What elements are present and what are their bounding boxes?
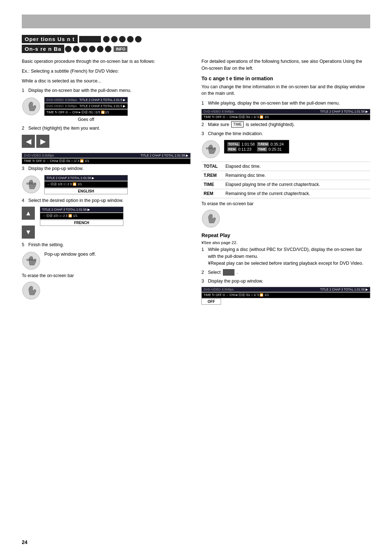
repeat-note1: ¥See also page 22. <box>201 240 370 245</box>
left-arrow-btn[interactable]: ◀ <box>22 135 35 148</box>
step-5-label: Finish the setting. <box>28 242 64 248</box>
right-arrow-btn[interactable]: ▶ <box>36 135 49 148</box>
time-box: TIME <box>231 121 244 127</box>
arrow-buttons: ◀ ▶ <box>22 135 49 150</box>
step-4-osd-stack: TITLE 2 CHAP 3 TOTAL:1:01:58 ▶ → ⓒⓓ 1/3 … <box>40 207 123 226</box>
step-1-osd-row1: DVD-VIDEO 8.5Mbps TITLE 2 CHAP 3 TOTAL:1… <box>44 97 128 103</box>
down-arrow-btn[interactable]: ▼ <box>22 226 35 239</box>
step-4-screenshot: ▲ ▼ TITLE 2 CHAP 3 TOTAL:1:01:58 ▶ → ⓒⓓ … <box>22 207 191 239</box>
title-circle-r2-5 <box>97 46 103 52</box>
right-step-1: 1 While playing, display the on-screen b… <box>201 100 370 107</box>
left-column: Basic operation procedure through the on… <box>22 58 191 306</box>
svg-text:ENTER: ENTER <box>206 147 216 150</box>
table-row-rem: REM Remaining time of the current chapte… <box>201 189 370 198</box>
repeat-step-3: 3 Display the pop-up window. <box>201 278 370 285</box>
right-step-2: 2 Make sure TIME is selected (highlighte… <box>201 121 370 128</box>
total-cell: TOTAL 1:01:58 <box>227 142 256 146</box>
left-intro: Basic operation procedure through the on… <box>22 58 191 65</box>
title-row1: Oper tions Us n t <box>22 35 370 43</box>
trem-cell: T.REM 0:35:24 <box>257 142 286 146</box>
right-step-3-label: Change the time indication. <box>208 130 263 137</box>
page-number: 24 <box>22 539 28 545</box>
hand-icon-step1 <box>22 97 41 116</box>
hand-icon-erase-left <box>22 281 41 300</box>
repeat-step-2-number: 2 <box>201 269 207 276</box>
title-circle-3 <box>119 36 126 42</box>
repeat-osd: DVD-VIDEO 8.5Mbps TITLE 2 CHAP 3 TOTAL:1… <box>201 287 370 305</box>
table-desc-total: Elapsed disc time. <box>223 162 370 171</box>
time-osd: TOTAL 1:01:58 T.REM 0:35:24 REM 0:11:23 … <box>224 140 289 154</box>
step-4-label: Select the desired option in the pop-up … <box>28 197 123 204</box>
step-4-osd-row2: → ⓒⓓ 1/3 □□ 2 3 🎦 1/1 <box>40 213 123 219</box>
title-circle-5 <box>135 36 142 42</box>
repeat-step-1-note: ¥Repeat play can be selected before star… <box>208 261 363 266</box>
title-circle-r2-3 <box>81 46 87 52</box>
table-label-time: TIME <box>201 180 223 189</box>
info-badge: INFO <box>114 46 127 52</box>
right-step-2-text1: Make sure <box>208 121 229 128</box>
step-5-number: 5 <box>22 242 27 248</box>
repeat-osd-row2: TIME ↻ OFF ⊙→ CHA♦ ⓒⓓ /31 □ 1/ 3 🎦 1/1 <box>201 292 370 298</box>
repeat-osd-row1: DVD-VIDEO 8.5Mbps TITLE 2 CHAP 3 TOTAL:1… <box>201 287 370 292</box>
title-text-row2: On-s re n Ba <box>22 45 64 53</box>
total-value: 1:01:58 <box>241 142 255 146</box>
hand-icon-step3: ENTER <box>22 175 41 194</box>
repeat-step-1-number: 1 <box>201 246 207 253</box>
time-cell: TIME 0:25:31 <box>257 147 286 151</box>
time-label: TIME <box>257 147 267 151</box>
step-1-osd-row2: DVD-VIDEO 8.5Mbps TITLE 2 CHAP 3 TOTAL:1… <box>44 103 128 109</box>
table-desc-rem: Remaining time of the current chapter/tr… <box>223 189 370 198</box>
right-step-1-number: 1 <box>201 100 207 107</box>
step-4-number: 4 <box>22 197 27 204</box>
time-value: 0:25:31 <box>269 147 282 151</box>
time-display-screenshot: ENTER TOTAL 1:01:58 T.REM 0:35:24 REM 0:… <box>201 140 370 159</box>
step-3-number: 3 <box>22 165 27 172</box>
up-arrow-btn[interactable]: ▲ <box>22 207 35 220</box>
table-desc-trem: Remaining disc time. <box>223 171 370 180</box>
table-row-total: TOTAL Elapsed disc time. <box>201 162 370 171</box>
right-step-1-label: While playing, display the on-screen bar… <box>208 100 340 107</box>
step-1-text: 1 Display the on-screen bar with the pul… <box>22 87 191 94</box>
step-1-number: 1 <box>22 87 27 94</box>
goes-off-label: Goes off <box>44 117 128 122</box>
table-label-total: TOTAL <box>201 162 223 171</box>
to-erase-right: To erase the on-screen bar <box>201 201 370 206</box>
popup-english: ENGLISH <box>44 188 128 194</box>
title-circle-r2-6 <box>105 46 111 52</box>
repeat-step-1-label: While playing a disc (without PBC for SV… <box>208 247 362 259</box>
table-label-trem: T.REM <box>201 171 223 180</box>
step-4-osd-row1: TITLE 2 CHAP 3 TOTAL:1:01:58 ▶ <box>40 207 123 212</box>
step-1-osd-row3: TIME ↻ OFF ⊙→ CHA♦ ⓒⓓ /31 □1/3 🎦1/1 <box>44 109 128 116</box>
hand-icon-time: ENTER <box>201 140 220 159</box>
to-erase-left: To erase the on-screen bar <box>22 273 191 278</box>
left-while: While a disc is selected as the source..… <box>22 78 191 85</box>
repeat-step-1: 1 While playing a disc (without PBC for … <box>201 246 370 267</box>
step-2-label: Select (highlight) the item you want. <box>28 125 100 132</box>
repeat-popup-off: OFF <box>201 299 221 305</box>
step-2-screenshot: ◀ ▶ <box>22 135 191 150</box>
step-3-label: Display the pop-up window. <box>28 165 83 172</box>
title-circle-1 <box>103 36 110 42</box>
repeat-step-2: 2 Select . <box>201 269 370 276</box>
svg-text:ENTER: ENTER <box>26 182 36 185</box>
title-row2: On-s re n Ba INFO <box>22 45 370 53</box>
erase-screenshot-right <box>201 209 370 228</box>
step-2-osd: DVD-VIDEO 8.5Mbps TITLE 2 CHAP 3 TOTAL:1… <box>22 153 191 164</box>
step-2-osd-row2: TIME ↻ OFF ⊙→ CHA♦ ⓒⓓ /31 □ 1/ 3 🎦 1/1 <box>22 158 191 164</box>
repeat-step-1-content: While playing a disc (without PBC for SV… <box>208 246 370 267</box>
step-1-osd-stack: DVD-VIDEO 8.5Mbps TITLE 2 CHAP 3 TOTAL:1… <box>44 97 128 122</box>
step-2-osd-row1: DVD-VIDEO 8.5Mbps TITLE 2 CHAP 3 TOTAL:1… <box>22 153 191 158</box>
header-bar <box>22 15 370 28</box>
step-1-screenshot: DVD-VIDEO 8.5Mbps TITLE 2 CHAP 3 TOTAL:1… <box>22 97 191 122</box>
hand-icon-step5: ENTER <box>22 251 41 270</box>
right-step1-osd: DVD-VIDEO 8.5Mbps TITLE 2 CHAP 3 TOTAL:1… <box>201 109 370 120</box>
rem-cell: REM 0:11:23 <box>227 147 256 151</box>
right-step1-osd-row1: DVD-VIDEO 8.5Mbps TITLE 2 CHAP 3 TOTAL:1… <box>201 109 370 114</box>
erase-screenshot-left <box>22 281 191 300</box>
left-example: Ex.: Selecting a subtitle (French) for D… <box>22 68 191 75</box>
rem-value: 0:11:23 <box>238 147 252 151</box>
rem-label: REM <box>227 147 237 151</box>
page-container: Oper tions Us n t On-s re n Ba INFO Basi… <box>0 0 392 556</box>
step-3-osd-row2: → ⓒⓓ 1/3 □□ 2 3 🎦 1/1 <box>44 181 128 188</box>
right-step1-osd-row2: TIME ↻ OFF ⊙→ CHA♦ ⓒⓓ /31 □ 1/ 3 🎦 1/1 <box>201 114 370 120</box>
